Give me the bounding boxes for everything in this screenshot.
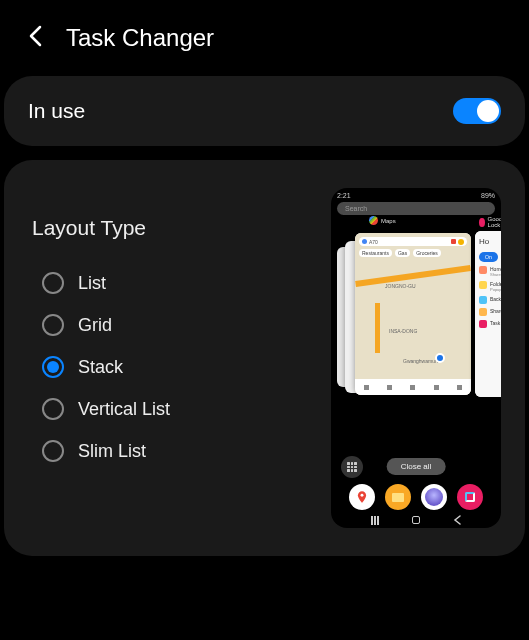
map-search-text: A70	[369, 239, 449, 245]
layout-type-heading: Layout Type	[32, 216, 315, 240]
in-use-toggle[interactable]	[453, 98, 501, 124]
preview-card-maps: A70 Restaurants Gas Groceries JONGNO-GU …	[355, 233, 471, 395]
dock-browser-icon	[421, 484, 447, 510]
dock-files-icon	[385, 484, 411, 510]
radio-label: Slim List	[78, 441, 146, 462]
radio-label: Vertical List	[78, 399, 170, 420]
preview-time: 2:21	[337, 192, 351, 199]
map-chip: Restaurants	[359, 249, 392, 257]
map-area-label: Gwanghwamun	[403, 358, 438, 364]
close-all-button: Close all	[387, 458, 446, 475]
preview-dock	[331, 484, 501, 510]
page-title: Task Changer	[66, 24, 214, 52]
toggle-thumb	[477, 100, 499, 122]
radio-label: List	[78, 273, 106, 294]
preview-battery: 89%	[481, 192, 495, 199]
in-use-label: In use	[28, 99, 85, 123]
dock-maps-icon	[349, 484, 375, 510]
svg-point-0	[361, 494, 364, 497]
gl-on-button: On	[479, 252, 498, 262]
layout-option-list[interactable]: List	[32, 262, 315, 304]
layout-option-vertical-list[interactable]: Vertical List	[32, 388, 315, 430]
back-icon[interactable]	[28, 25, 42, 51]
apps-button-icon	[341, 456, 363, 478]
dock-goodlock-icon	[457, 484, 483, 510]
layout-option-grid[interactable]: Grid	[32, 304, 315, 346]
preview-card-goodlock: Ho On Home screenShare recently FolderPo…	[475, 231, 501, 397]
preview-status-bar: 2:21 89%	[331, 188, 501, 199]
radio-icon	[42, 440, 64, 462]
radio-icon	[42, 272, 64, 294]
preview-search-bar: Search	[337, 202, 495, 215]
radio-label: Grid	[78, 315, 112, 336]
nav-home-icon	[412, 516, 420, 524]
location-pin-icon	[435, 353, 445, 363]
layout-preview: 2:21 89% Search Maps Good Lock A70	[331, 188, 501, 528]
gl-title: Ho	[479, 237, 501, 246]
radio-icon	[42, 398, 64, 420]
radio-icon-selected	[42, 356, 64, 378]
map-area-label: INSA-DONG	[389, 328, 417, 334]
maps-icon	[369, 216, 378, 225]
nav-back-icon	[453, 515, 461, 525]
layout-option-slim-list[interactable]: Slim List	[32, 430, 315, 472]
map-area-label: JONGNO-GU	[385, 283, 416, 289]
nav-recents-icon	[371, 516, 379, 525]
radio-icon	[42, 314, 64, 336]
layout-option-stack[interactable]: Stack	[32, 346, 315, 388]
maps-pin-icon	[362, 239, 367, 244]
radio-label: Stack	[78, 357, 123, 378]
preview-nav-bar	[331, 515, 501, 525]
map-chip: Gas	[395, 249, 410, 257]
preview-stack: Maps Good Lock A70 Restaurants	[331, 221, 501, 393]
mic-icon	[451, 239, 456, 244]
preview-app-label-maps: Maps	[369, 216, 396, 225]
preview-app-label-goodlock: Good Lock	[479, 216, 501, 228]
in-use-row[interactable]: In use	[28, 98, 501, 124]
map-chip: Groceries	[413, 249, 441, 257]
goodlock-icon	[479, 218, 485, 227]
avatar-icon	[458, 239, 464, 245]
